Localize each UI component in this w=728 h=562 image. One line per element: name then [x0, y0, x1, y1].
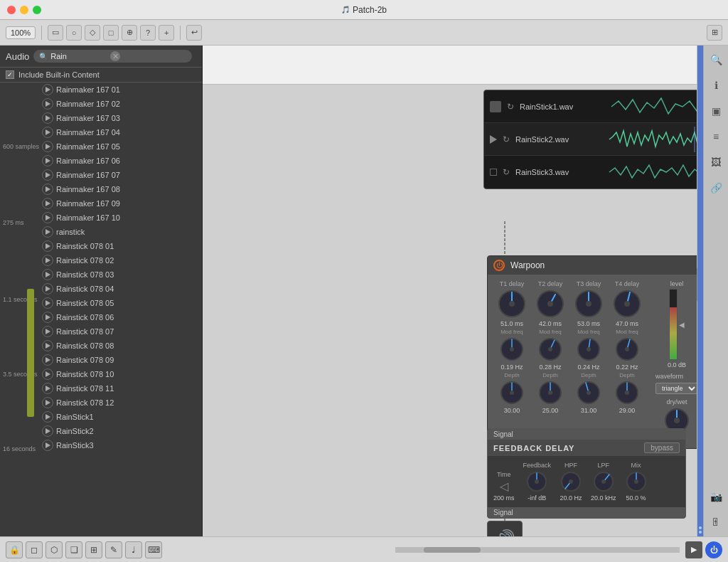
pencil-button[interactable]: ✎ [105, 541, 122, 558]
play-btn[interactable] [42, 440, 53, 451]
play-button[interactable]: ▶ [685, 541, 702, 558]
toolbar-diamond-btn[interactable]: ◇ [85, 25, 100, 41]
zoom-control[interactable]: 100% [6, 26, 36, 39]
list-item[interactable]: rainstick [39, 225, 202, 239]
play-btn[interactable] [42, 226, 53, 238]
list-item[interactable]: Rainstick 078 08 [39, 339, 202, 353]
waveform-select[interactable]: triangle sine square [655, 383, 698, 394]
play-btn[interactable] [42, 240, 53, 252]
info-icon[interactable]: ℹ [707, 77, 724, 94]
play-btn[interactable] [42, 112, 53, 124]
list-item[interactable]: Rainstick 078 06 [39, 310, 202, 324]
play-btn[interactable] [42, 425, 53, 437]
toolbar-circle-btn[interactable]: ○ [66, 25, 82, 41]
search-input[interactable] [50, 52, 107, 60]
h-scrollbar-thumb[interactable] [424, 547, 481, 553]
play-btn[interactable] [42, 312, 53, 323]
include-builtin-checkbox[interactable]: ✓ [6, 70, 14, 79]
play-btn[interactable] [42, 184, 53, 195]
piano-button[interactable]: ♩ [125, 541, 142, 558]
list-item[interactable]: RainStick1 [39, 410, 202, 424]
mix-knob[interactable] [625, 470, 648, 493]
play-btn[interactable] [42, 127, 53, 138]
toolbar-undo-btn[interactable]: ↩ [186, 25, 202, 41]
toolbar-rect-btn[interactable]: ▭ [48, 25, 63, 41]
list-item[interactable]: Rainstick 078 05 [39, 296, 202, 310]
minimize-button[interactable] [20, 6, 28, 14]
t2-delay-knob[interactable] [535, 289, 565, 319]
play-btn[interactable] [42, 411, 53, 423]
list-item[interactable]: Rainstick 078 09 [39, 353, 202, 367]
list-item[interactable]: Rainmaker 167 07 [39, 168, 202, 182]
list-icon[interactable]: ≡ [707, 128, 724, 145]
play-btn[interactable] [42, 340, 53, 351]
list-item[interactable]: RainStick3 [39, 438, 202, 452]
lpf-knob[interactable] [592, 470, 615, 493]
list-item[interactable]: Rainmaker 167 03 [39, 111, 202, 125]
play-btn[interactable] [42, 255, 53, 266]
toolbar-grid-btn[interactable]: ⊞ [707, 25, 722, 41]
bypass-button[interactable]: bypass [644, 442, 680, 453]
toolbar-square-btn[interactable]: □ [103, 25, 119, 41]
play-button-active[interactable] [490, 135, 497, 144]
play-btn[interactable] [42, 141, 53, 152]
list-item[interactable]: Rainstick 078 04 [39, 282, 202, 296]
stop-button[interactable] [490, 101, 501, 112]
search-box[interactable]: 🔍 ✕ [33, 50, 192, 63]
group-button[interactable]: ❑ [65, 541, 82, 558]
t3-modfreq-knob[interactable] [576, 336, 601, 362]
list-item[interactable]: Rainmaker 167 05 [39, 139, 202, 154]
window-controls[interactable] [7, 6, 41, 14]
h-scrollbar[interactable] [395, 547, 680, 553]
t3-delay-knob[interactable] [574, 289, 604, 319]
play-btn[interactable] [42, 354, 53, 366]
list-item[interactable]: Rainstick 078 03 [39, 267, 202, 282]
magnify-icon[interactable]: 🔍 [707, 51, 724, 68]
panel-icon[interactable]: ▣ [707, 102, 724, 120]
lasso-button[interactable]: ⬡ [46, 541, 63, 558]
play-btn[interactable] [42, 169, 53, 181]
play-btn[interactable] [42, 84, 53, 95]
loop-icon[interactable]: ↻ [507, 102, 514, 112]
t4-depth-knob[interactable] [614, 380, 640, 405]
list-item[interactable]: Rainstick 078 01 [39, 239, 202, 253]
mixer-icon[interactable]: 🎚 [707, 514, 724, 531]
list-item[interactable]: Rainmaker 167 01 [39, 83, 202, 97]
t1-modfreq-knob[interactable] [499, 336, 525, 362]
maximize-button[interactable] [33, 6, 41, 14]
list-item[interactable]: Rainstick 078 02 [39, 253, 202, 267]
play-btn[interactable] [42, 269, 53, 280]
loop-icon[interactable]: ↻ [503, 167, 510, 177]
list-item[interactable]: Rainmaker 167 08 [39, 182, 202, 196]
power-button[interactable]: ⏻ [705, 541, 722, 558]
play-btn[interactable] [42, 397, 53, 408]
list-item[interactable]: Rainstick 078 10 [39, 367, 202, 381]
play-btn[interactable] [42, 383, 53, 394]
play-btn[interactable] [42, 155, 53, 166]
camera2-icon[interactable]: 📷 [707, 488, 724, 505]
feedback-knob[interactable] [525, 470, 548, 493]
stop-button[interactable] [490, 169, 497, 176]
play-btn[interactable] [42, 98, 53, 110]
search-clear-button[interactable]: ✕ [110, 51, 120, 61]
t1-delay-knob[interactable] [497, 289, 527, 319]
list-item[interactable]: Rainmaker 167 09 [39, 196, 202, 211]
toolbar-add-btn[interactable]: + [159, 25, 174, 41]
grid-button[interactable]: ⊞ [85, 541, 102, 558]
list-item[interactable]: Rainstick 078 07 [39, 324, 202, 339]
t1-depth-knob[interactable] [499, 380, 525, 405]
play-btn[interactable] [42, 198, 53, 209]
t2-modfreq-knob[interactable] [537, 336, 563, 362]
list-item[interactable]: Rainmaker 167 02 [39, 97, 202, 111]
play-btn[interactable] [42, 326, 53, 337]
play-btn[interactable] [42, 297, 53, 309]
warpoon-power-button[interactable]: ⏻ [493, 260, 505, 271]
toolbar-help-btn[interactable]: ? [140, 25, 156, 41]
list-item[interactable]: RainStick2 [39, 424, 202, 438]
link-icon[interactable]: 🔗 [707, 179, 724, 196]
play-btn[interactable] [42, 283, 53, 295]
select-button[interactable]: ◻ [26, 541, 43, 558]
lock-button[interactable]: 🔒 [6, 541, 23, 558]
list-item[interactable]: Rainmaker 167 10 [39, 211, 202, 225]
list-item[interactable]: Rainstick 078 11 [39, 381, 202, 396]
